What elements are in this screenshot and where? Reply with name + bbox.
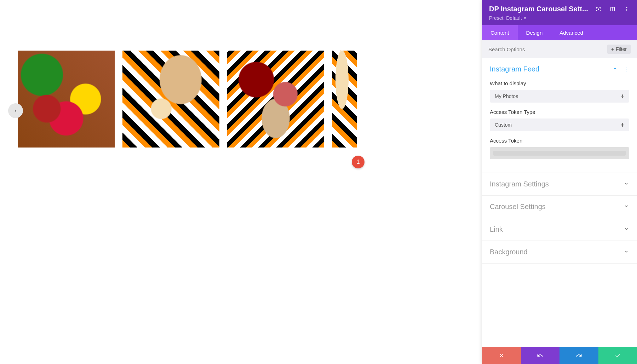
panel-footer [482, 347, 637, 364]
tabs: Content Design Advanced [482, 25, 637, 40]
access-token-input[interactable] [490, 147, 629, 159]
panel-body: Instagram Feed ⋮ What to display My Phot… [482, 58, 637, 347]
select-value: My Photos [495, 93, 518, 99]
svg-point-1 [626, 7, 627, 8]
section-more-icon[interactable]: ⋮ [623, 66, 629, 73]
section-title: Background [490, 248, 528, 256]
tab-advanced[interactable]: Advanced [551, 25, 592, 40]
tab-design[interactable]: Design [518, 25, 551, 40]
caret-down-icon: ▼ [523, 16, 527, 20]
expand-icon[interactable] [595, 6, 602, 12]
section-carousel-settings: Carousel Settings [482, 196, 637, 218]
select-arrows-icon: ▲▼ [621, 123, 624, 127]
carousel-image[interactable] [227, 51, 324, 148]
preset-selector[interactable]: Preset: Default ▼ [489, 15, 630, 21]
carousel-preview [8, 51, 357, 171]
section-instagram-feed: Instagram Feed ⋮ What to display My Phot… [482, 58, 637, 173]
access-token-type-label: Access Token Type [490, 109, 629, 115]
close-icon [498, 352, 505, 359]
preset-label-text: Preset: Default [489, 15, 522, 21]
filter-label: Filter [616, 46, 627, 52]
search-row: + Filter [482, 40, 637, 58]
chevron-left-icon [13, 108, 18, 113]
panel-header: DP Instagram Carousel Sett... Preset: De… [482, 0, 637, 25]
undo-button[interactable] [521, 347, 560, 364]
select-value: Custom [495, 122, 512, 128]
annotation-badge-1: 1 [352, 156, 365, 168]
tab-content[interactable]: Content [482, 25, 518, 40]
plus-icon: + [611, 46, 614, 52]
redo-button[interactable] [559, 347, 598, 364]
carousel-image[interactable] [18, 51, 115, 148]
discard-button[interactable] [482, 347, 521, 364]
svg-point-0 [598, 8, 599, 10]
chevron-down-icon [624, 203, 629, 210]
what-to-display-select[interactable]: My Photos ▲▼ [490, 90, 629, 103]
access-token-label: Access Token [490, 138, 629, 144]
search-input[interactable] [488, 46, 607, 52]
section-header-instagram-feed[interactable]: Instagram Feed ⋮ [482, 58, 637, 80]
chevron-down-icon [624, 181, 629, 188]
section-header-carousel-settings[interactable]: Carousel Settings [482, 196, 637, 218]
svg-point-3 [626, 10, 627, 11]
carousel-prev-button[interactable] [8, 103, 23, 118]
dock-icon[interactable] [609, 6, 616, 12]
section-instagram-settings: Instagram Settings [482, 173, 637, 196]
chevron-down-icon [624, 249, 629, 256]
section-header-link[interactable]: Link [482, 218, 637, 241]
save-button[interactable] [598, 347, 637, 364]
carousel-image[interactable] [332, 51, 357, 148]
undo-icon [537, 352, 543, 359]
redo-icon [576, 352, 582, 359]
section-header-instagram-settings[interactable]: Instagram Settings [482, 173, 637, 195]
chevron-down-icon [624, 226, 629, 233]
carousel-images [18, 51, 357, 148]
section-title: Carousel Settings [490, 203, 546, 211]
svg-point-2 [626, 8, 627, 10]
carousel-image[interactable] [122, 51, 219, 148]
section-title: Instagram Settings [490, 180, 549, 188]
section-title: Instagram Feed [490, 65, 539, 73]
section-background: Background [482, 241, 637, 264]
section-title: Link [490, 225, 503, 233]
what-to-display-label: What to display [490, 80, 629, 86]
select-arrows-icon: ▲▼ [621, 94, 624, 98]
panel-title: DP Instagram Carousel Sett... [489, 5, 588, 13]
check-icon [614, 352, 621, 359]
more-icon[interactable] [624, 6, 630, 12]
chevron-up-icon [612, 66, 618, 73]
section-link: Link [482, 218, 637, 241]
section-header-background[interactable]: Background [482, 241, 637, 263]
access-token-type-select[interactable]: Custom ▲▼ [490, 119, 629, 131]
settings-panel: DP Instagram Carousel Sett... Preset: De… [482, 0, 637, 364]
filter-button[interactable]: + Filter [607, 45, 631, 54]
